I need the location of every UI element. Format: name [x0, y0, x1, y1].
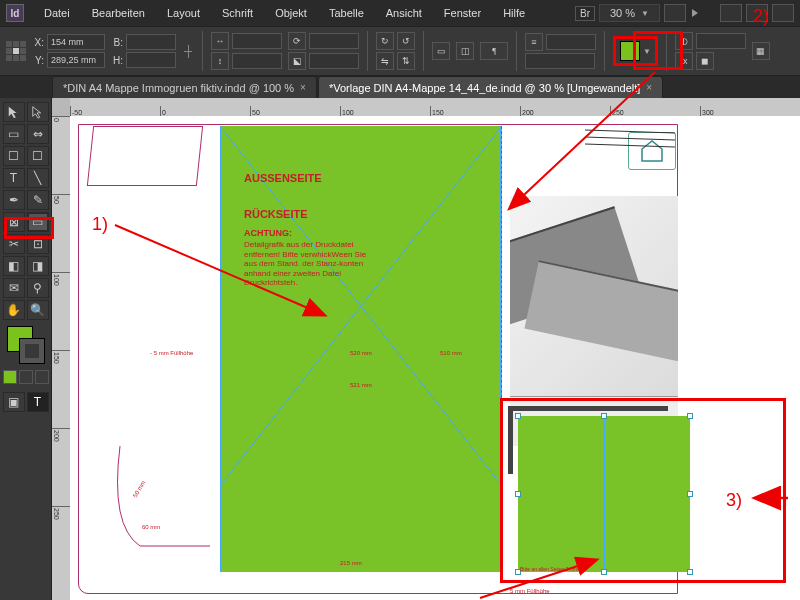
sketch-drawing — [585, 131, 675, 181]
reference-point-grid[interactable] — [6, 41, 26, 61]
menu-fenster[interactable]: Fenster — [434, 3, 491, 23]
menu-datei[interactable]: Datei — [34, 3, 80, 23]
color-mode-row — [3, 370, 49, 384]
rotate-icon: ⟳ — [288, 32, 306, 50]
menu-tabelle[interactable]: Tabelle — [319, 3, 374, 23]
drop-shadow-icon[interactable]: ◼ — [696, 52, 714, 70]
opacity-input[interactable] — [696, 33, 746, 49]
gap-tool-icon[interactable]: ⇔ — [27, 124, 49, 144]
dim-label: 520 mm — [350, 350, 372, 356]
pencil-tool-icon[interactable]: ✎ — [27, 190, 49, 210]
dim-label: 5 mm Füllhöhe — [510, 588, 550, 594]
rectangle-tool-icon[interactable]: ▭ — [27, 212, 49, 232]
y-label: Y: — [32, 55, 44, 66]
annotation-label-3: 3) — [726, 490, 742, 511]
content-collector-icon[interactable]: ☐ — [3, 146, 25, 166]
document-tab[interactable]: *Vorlage DIN A4-Mappe 14_44_de.indd @ 30… — [318, 76, 663, 98]
close-icon[interactable]: × — [646, 82, 652, 93]
selection-handles[interactable] — [518, 416, 690, 572]
fill-swatch-icon — [620, 41, 640, 61]
dim-label: - 5 mm Füllhöhe — [150, 350, 193, 356]
shear-icon: ⬕ — [288, 52, 306, 70]
gradient-feather-tool-icon[interactable]: ◨ — [27, 256, 49, 276]
small-note: Bitte an allen Seiten 2 mm — [520, 566, 578, 572]
rotate-cw-icon[interactable]: ↻ — [376, 32, 394, 50]
menu-layout[interactable]: Layout — [157, 3, 210, 23]
content-placer-icon[interactable]: ☐ — [27, 146, 49, 166]
dim-label: 510 mm — [440, 350, 462, 356]
workspace-switcher-icon[interactable] — [664, 4, 686, 22]
selection-tool-icon[interactable] — [3, 102, 25, 122]
bridge-icon[interactable]: Br — [575, 6, 595, 21]
note-tool-icon[interactable]: ✉ — [3, 278, 25, 298]
y-input[interactable]: 289,25 mm — [47, 52, 105, 68]
menu-objekt[interactable]: Objekt — [265, 3, 317, 23]
text-wrap-icon[interactable]: ▦ — [752, 42, 770, 60]
rotate-ccw-icon[interactable]: ↺ — [397, 32, 415, 50]
horizontal-ruler[interactable]: -50 0 50 100 150 200 250 300 — [70, 98, 800, 116]
apply-gradient-icon[interactable] — [19, 370, 33, 384]
menu-schrift[interactable]: Schrift — [212, 3, 263, 23]
close-icon[interactable]: × — [300, 82, 306, 93]
workspace-menu-icon[interactable] — [692, 9, 698, 17]
x-input[interactable]: 154 mm — [47, 34, 105, 50]
apply-color-icon[interactable] — [3, 370, 17, 384]
stroke-weight-input[interactable] — [546, 34, 596, 50]
dim-label: 521 mm — [350, 382, 372, 388]
gradient-swatch-tool-icon[interactable]: ◧ — [3, 256, 25, 276]
shear-input[interactable] — [309, 53, 359, 69]
scale-x-icon: ↔ — [211, 32, 229, 50]
zoom-tool-icon[interactable]: 🔍 — [27, 300, 49, 320]
back-panel: AUSSENSEITE RÜCKSEITE ACHTUNG: Detailgra… — [220, 126, 502, 572]
h-input[interactable] — [126, 52, 176, 68]
menu-bar: Id Datei Bearbeiten Layout Schrift Objek… — [0, 0, 800, 26]
flip-h-icon[interactable]: ⇋ — [376, 52, 394, 70]
apply-none-icon[interactable] — [35, 370, 49, 384]
flip-v-icon[interactable]: ⇅ — [397, 52, 415, 70]
arrange-documents-icon[interactable] — [772, 4, 794, 22]
stroke-weight-icon: ≡ — [525, 33, 543, 51]
normal-view-icon[interactable]: ▣ — [3, 392, 25, 412]
direct-selection-tool-icon[interactable] — [27, 102, 49, 122]
annotation-label-2: 2) — [753, 6, 769, 27]
free-transform-tool-icon[interactable]: ⊡ — [27, 234, 49, 254]
eyedropper-tool-icon[interactable]: ⚲ — [27, 278, 49, 298]
line-tool-icon[interactable]: ╲ — [27, 168, 49, 188]
ruler-origin[interactable] — [52, 98, 70, 116]
scale-y-input[interactable] — [232, 53, 282, 69]
paragraph-style-icon[interactable]: ¶ — [480, 42, 508, 60]
canvas[interactable]: AUSSENSEITE RÜCKSEITE ACHTUNG: Detailgra… — [70, 116, 800, 600]
rotate-input[interactable] — [309, 33, 359, 49]
preview-view-icon[interactable]: T — [27, 392, 49, 412]
vertical-ruler[interactable]: 0 50 100 150 200 250 — [52, 116, 70, 600]
type-tool-icon[interactable]: T — [3, 168, 25, 188]
content-center-icon[interactable]: ◫ — [456, 42, 474, 60]
hand-tool-icon[interactable]: ✋ — [3, 300, 25, 320]
stroke-style-dropdown[interactable] — [525, 53, 595, 69]
w-label: B: — [111, 37, 123, 48]
chevron-down-icon: ▼ — [643, 47, 651, 56]
menu-bearbeiten[interactable]: Bearbeiten — [82, 3, 155, 23]
page-tool-icon[interactable]: ▭ — [3, 124, 25, 144]
w-input[interactable] — [126, 34, 176, 50]
selected-rectangle[interactable] — [518, 416, 690, 572]
scale-x-input[interactable] — [232, 33, 282, 49]
stroke-swatch-icon[interactable] — [19, 338, 45, 364]
effects-icon[interactable]: fx — [675, 52, 693, 70]
document-workspace[interactable]: -50 0 50 100 150 200 250 300 0 50 100 15… — [52, 98, 800, 600]
zoom-level-dropdown[interactable]: 30 % ▼ — [599, 4, 660, 22]
fill-color-swatch[interactable]: ▼ — [613, 36, 658, 66]
content-fitting-icon[interactable]: ▭ — [432, 42, 450, 60]
flap-curve — [110, 436, 220, 566]
view-options-icon[interactable] — [720, 4, 742, 22]
document-tab[interactable]: *DIN A4 Mappe Immogruen fiktiv.indd @ 10… — [52, 76, 317, 98]
scissors-tool-icon[interactable]: ✂ — [3, 234, 25, 254]
menu-ansicht[interactable]: Ansicht — [376, 3, 432, 23]
constrain-proportions-icon[interactable] — [182, 45, 194, 58]
heading-rueckseite: RÜCKSEITE — [244, 208, 308, 220]
tab-label: *Vorlage DIN A4-Mappe 14_44_de.indd @ 30… — [329, 82, 640, 94]
rectangle-frame-tool-icon[interactable]: ⊠ — [3, 212, 25, 232]
fill-stroke-swatches[interactable] — [7, 326, 45, 364]
pen-tool-icon[interactable]: ✒ — [3, 190, 25, 210]
menu-hilfe[interactable]: Hilfe — [493, 3, 535, 23]
